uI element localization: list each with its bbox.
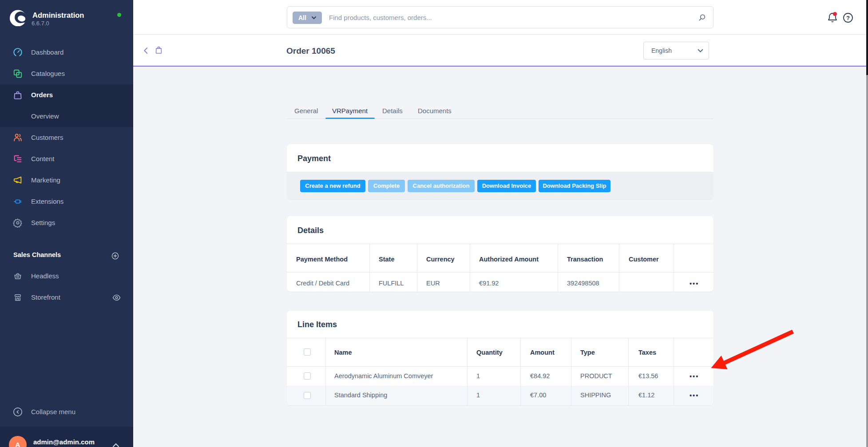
svg-text:?: ? [846,15,850,21]
